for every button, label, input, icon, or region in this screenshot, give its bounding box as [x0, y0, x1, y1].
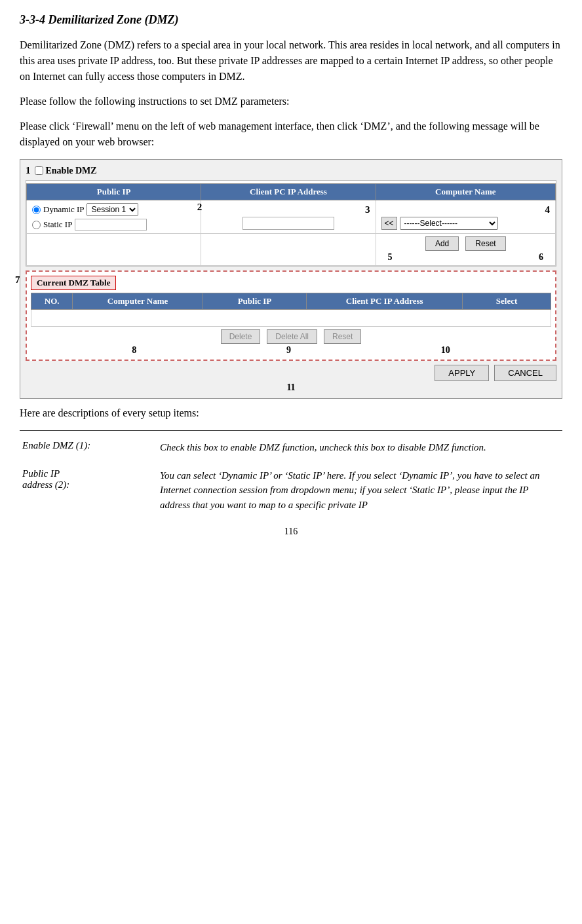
desc-table: Enable DMZ (1): Check this box to enable…	[20, 436, 562, 516]
col-comp-name: Computer Name	[73, 293, 203, 310]
label-4: 4	[381, 204, 550, 215]
back-button[interactable]: <<	[381, 217, 397, 230]
computer-name-cell: 4 << ------Select------	[376, 200, 555, 234]
dmz-bottom-table: NO. Computer Name Public IP Client PC IP…	[31, 293, 551, 327]
desc-term-1: Public IP address (2):	[20, 464, 157, 517]
current-dmz-label: Current DMZ Table	[31, 276, 116, 290]
delete-buttons-row: Delete Delete All Reset	[31, 329, 551, 344]
label-6: 6	[539, 252, 543, 263]
client-ip-input[interactable]	[242, 217, 334, 230]
client-ip-cell: 3	[201, 200, 376, 234]
add-reset-cell: Add Reset 5 6	[376, 234, 555, 266]
reset-button-bottom[interactable]: Reset	[324, 329, 361, 344]
label-8: 8	[132, 345, 136, 356]
col-client-ip: Client PC IP Address	[201, 184, 376, 200]
table-row	[31, 310, 551, 327]
col-select: Select	[463, 293, 551, 310]
divider	[20, 430, 562, 431]
label-3: 3	[206, 204, 370, 215]
para2: Please follow the following instructions…	[20, 94, 562, 109]
desc-def-0: Check this box to enable DMZ function, u…	[157, 436, 562, 459]
label-11: 11	[26, 382, 556, 393]
para1: Demilitarized Zone (DMZ) refers to a spe…	[20, 37, 562, 84]
col-pub-ip: Public IP	[203, 293, 307, 310]
desc-row-0: Enable DMZ (1): Check this box to enable…	[20, 436, 562, 459]
label-9: 9	[286, 345, 291, 356]
dmz-ui-box: 1 Enable DMZ Public IP Client PC IP Addr…	[20, 159, 562, 399]
session-select[interactable]: Session 1	[87, 203, 138, 216]
col-computer-name: Computer Name	[376, 184, 555, 200]
delete-all-button[interactable]: Delete All	[267, 329, 317, 344]
enable-dmz-checkbox[interactable]	[35, 166, 43, 175]
public-ip-cell: 2 Dynamic IP Session 1 Static IP	[27, 200, 201, 234]
delete-button[interactable]: Delete	[221, 329, 261, 344]
cancel-button[interactable]: CANCEL	[494, 365, 556, 381]
static-ip-radio[interactable]	[32, 221, 41, 229]
para3: Please click ‘Firewall’ menu on the left…	[20, 119, 562, 150]
desc-term-0: Enable DMZ (1):	[20, 436, 157, 459]
computer-name-select[interactable]: ------Select------	[400, 217, 498, 230]
page-title: 3-3-4 Demilitarized Zone (DMZ)	[20, 13, 562, 27]
reset-button-top[interactable]: Reset	[465, 236, 505, 251]
label-1: 1	[26, 165, 31, 176]
label-10: 10	[441, 345, 450, 356]
enable-dmz-label: Enable DMZ	[46, 166, 97, 176]
desc-def-1: You can select ‘Dynamic IP’ or ‘Static I…	[157, 464, 562, 517]
static-ip-input[interactable]	[75, 219, 147, 231]
label-5: 5	[388, 252, 393, 263]
current-dmz-section: 7 Current DMZ Table NO. Computer Name Pu…	[26, 270, 556, 361]
desc-row-spacer	[20, 459, 562, 464]
col-no: NO.	[31, 293, 73, 310]
label-2: 2	[197, 202, 203, 213]
col-public-ip: Public IP	[27, 184, 201, 200]
dynamic-ip-radio[interactable]	[32, 206, 41, 214]
empty-cell-public-ip	[27, 234, 201, 266]
label-7: 7	[15, 274, 20, 286]
static-ip-label: Static IP	[43, 219, 72, 230]
col-client-ip-addr: Client PC IP Address	[307, 293, 463, 310]
add-button[interactable]: Add	[425, 236, 459, 251]
here-desc: Here are descriptions of every setup ite…	[20, 405, 562, 421]
dynamic-ip-label: Dynamic IP	[43, 204, 84, 215]
apply-button[interactable]: APPLY	[435, 365, 489, 381]
desc-row-1: Public IP address (2): You can select ‘D…	[20, 464, 562, 517]
page-number: 116	[20, 527, 562, 537]
empty-cell-client-ip	[201, 234, 376, 266]
dmz-top-table: Public IP Client PC IP Address Computer …	[26, 183, 556, 266]
apply-cancel-row: APPLY CANCEL	[26, 365, 556, 381]
